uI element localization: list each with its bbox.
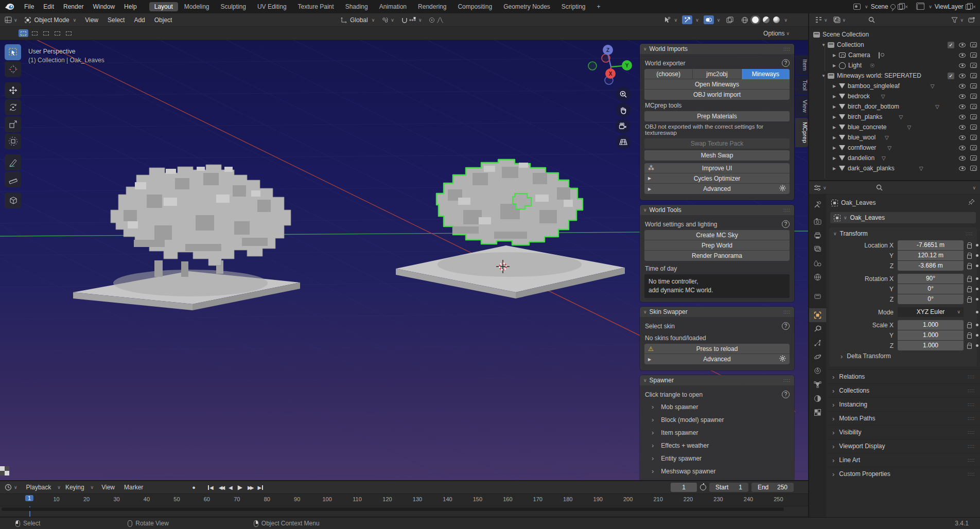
hide-viewport-icon[interactable] [959, 146, 966, 150]
jump-to-start-button[interactable]: ◀ [208, 485, 214, 490]
tab-collection[interactable] [809, 289, 826, 303]
mesh-swap-button[interactable]: Mesh Swap [644, 150, 790, 161]
frame-tick[interactable]: 80 [264, 496, 270, 502]
press-to-reload-button[interactable]: ⚠ Press to reload [644, 344, 790, 354]
disable-render-icon[interactable] [970, 166, 977, 171]
frame-tick[interactable]: 110 [353, 496, 362, 502]
section-header-spawner[interactable]: ∨ Spawner :::: [640, 375, 794, 385]
frame-tick[interactable]: 60 [204, 496, 210, 502]
disable-render-icon[interactable] [970, 63, 977, 68]
panel-custom-properties[interactable]: ›Custom Properties:::: [826, 467, 980, 481]
new-scene-icon[interactable] [898, 4, 903, 10]
tab-texture[interactable] [809, 405, 826, 419]
menu-help[interactable]: Help [119, 0, 142, 13]
outliner-row-mesh[interactable]: ▶bedrock▽ [809, 91, 980, 101]
camera-view-button[interactable] [616, 119, 630, 133]
menu-render[interactable]: Render [59, 0, 88, 13]
hide-viewport-icon[interactable] [959, 115, 966, 119]
disable-render-icon[interactable] [970, 145, 977, 150]
advanced-expander[interactable]: ▶ Advanced [644, 184, 790, 194]
keyframe-dot-icon[interactable] [976, 334, 978, 337]
workspace-tab-modeling[interactable]: Modeling [179, 2, 215, 11]
hide-viewport-icon[interactable] [959, 135, 966, 140]
xray-toggle[interactable] [726, 16, 734, 24]
workspace-tab-rendering[interactable]: Rendering [413, 2, 451, 11]
keyframe-dot-icon[interactable] [976, 277, 978, 280]
number-field[interactable]: 90° [898, 274, 964, 284]
show-overlays-toggle[interactable] [704, 15, 714, 24]
keyframe-dot-icon[interactable] [976, 254, 978, 257]
frame-tick[interactable]: 120 [382, 496, 392, 502]
menu-edit[interactable]: Edit [39, 0, 59, 13]
pan-view-button[interactable] [616, 103, 631, 117]
disable-render-icon[interactable] [970, 83, 977, 89]
disable-render-icon[interactable] [970, 42, 977, 47]
triangle-right-icon[interactable]: ▶ [833, 63, 839, 68]
workspace-tab-texture-paint[interactable]: Texture Paint [293, 2, 339, 11]
number-field[interactable]: 1.000 [898, 320, 964, 330]
tool-add-cube[interactable] [5, 192, 21, 208]
workspace-tab-geometry-nodes[interactable]: Geometry Nodes [498, 2, 555, 11]
frame-tick[interactable]: 140 [443, 496, 452, 502]
view-layer-selector[interactable]: ∨ ViewLayer [917, 3, 963, 10]
drag-handle-icon[interactable]: :::: [968, 457, 975, 463]
sidebar-tab-mcprep[interactable]: MCprep [795, 118, 808, 147]
select-mode-intersect[interactable] [64, 29, 74, 37]
frame-tick[interactable]: 210 [653, 496, 662, 502]
pin-id-icon[interactable] [968, 199, 975, 207]
lock-icon[interactable] [967, 298, 972, 303]
show-gizmo-toggle[interactable] [682, 15, 692, 24]
open-mineways-button[interactable]: Open Mineways [644, 79, 790, 90]
disable-render-icon[interactable] [970, 104, 977, 109]
outliner-row-mineways-world[interactable]: ▼ Mineways world: SEPERATED ✓ [809, 70, 980, 81]
skin-advanced-expander[interactable]: ▶ Advanced [644, 354, 790, 364]
select-mode-new[interactable] [19, 29, 28, 37]
hide-viewport-icon[interactable] [959, 104, 966, 109]
pin-icon[interactable] [890, 4, 896, 9]
workspace-tab-scripting[interactable]: Scripting [556, 2, 591, 11]
triangle-right-icon[interactable]: ▶ [833, 125, 839, 130]
frame-tick[interactable]: 240 [744, 496, 753, 502]
tool-rotate[interactable] [5, 99, 21, 115]
triangle-down-icon[interactable]: ▼ [821, 74, 828, 78]
search-icon[interactable] [876, 184, 884, 191]
drag-handle-icon[interactable]: :::: [968, 430, 975, 435]
tab-material[interactable] [809, 392, 826, 405]
keyframe-dot-icon[interactable] [976, 264, 978, 267]
frame-tick[interactable]: 40 [144, 496, 150, 502]
keyframe-dot-icon[interactable] [976, 344, 978, 347]
effects-weather-expander[interactable]: ›Effects + weather [644, 439, 790, 452]
frame-tick[interactable]: 130 [413, 496, 422, 502]
panel-relations[interactable]: ›Relations:::: [826, 369, 980, 383]
tab-render[interactable] [809, 215, 826, 228]
display-mode-icon[interactable] [833, 16, 841, 24]
menu-view[interactable]: View [80, 13, 103, 27]
rotation-mode-dropdown[interactable]: XYZ Euler∨ [898, 307, 964, 317]
number-field[interactable]: -3.686 m [898, 261, 964, 271]
outliner-row-scene-collection[interactable]: Scene Collection [809, 29, 980, 40]
tool-measure[interactable] [5, 171, 21, 187]
tool-annotate[interactable] [5, 154, 21, 170]
drag-handle-icon[interactable]: :::: [968, 444, 975, 449]
outliner-row-light[interactable]: ▶ Light ☉ [809, 60, 980, 70]
render-panorama-button[interactable]: Render Panorama [644, 251, 790, 261]
collection-checkbox[interactable]: ✓ [948, 42, 954, 48]
block-spawner-expander[interactable]: ›Block (model) spawner [644, 413, 790, 426]
workspace-tab-uv-editing[interactable]: UV Editing [252, 2, 292, 11]
object-visibility-icon[interactable] [663, 16, 671, 24]
frame-tick[interactable]: 190 [593, 496, 603, 502]
delete-scene-icon[interactable]: × [905, 4, 908, 10]
section-header-skin-swapper[interactable]: ∨ Skin Swapper :::: [640, 307, 794, 317]
frame-tick[interactable]: 200 [623, 496, 633, 502]
workspace-tab-compositing[interactable]: Compositing [452, 2, 497, 11]
frame-tick[interactable]: 50 [173, 496, 180, 502]
editor-separator-horizontal[interactable] [809, 180, 980, 181]
tab-object[interactable] [809, 308, 826, 322]
lock-icon[interactable] [967, 265, 972, 269]
outliner-row-collection[interactable]: ▼ Collection ✓ [809, 40, 980, 50]
outliner-row-camera[interactable]: ▶ Camera [809, 50, 980, 60]
hide-viewport-icon[interactable] [959, 125, 966, 130]
tab-constraints[interactable] [809, 364, 826, 378]
triangle-right-icon[interactable]: ▶ [833, 146, 839, 150]
record-button[interactable]: ● [192, 484, 196, 490]
